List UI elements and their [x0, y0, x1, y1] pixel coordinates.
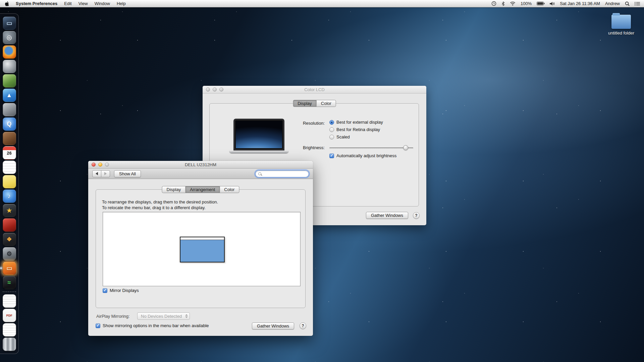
- brown-app-icon[interactable]: [3, 132, 16, 145]
- notepad-app-icon[interactable]: [3, 161, 16, 174]
- trash-icon[interactable]: [3, 338, 16, 351]
- tab-color[interactable]: Color: [316, 100, 336, 107]
- window-title: Color LCD: [304, 87, 325, 92]
- window-titlebar[interactable]: Color LCD: [203, 86, 426, 94]
- running-app-indicator: [0, 267, 2, 269]
- user-menu[interactable]: Andrew: [605, 1, 620, 6]
- notification-center-icon[interactable]: [635, 2, 640, 6]
- music-app-icon[interactable]: ♪: [3, 189, 16, 203]
- tab-color[interactable]: Color: [219, 186, 239, 193]
- resolution-label: Resolution:: [284, 121, 325, 126]
- radio-best-external-display[interactable]: Best for external display: [329, 120, 383, 125]
- brightness-slider[interactable]: [329, 145, 413, 150]
- minimize-button[interactable]: [98, 163, 102, 167]
- calendar-icon[interactable]: 26: [3, 146, 16, 160]
- search-field[interactable]: [255, 170, 309, 177]
- quicktime-app-icon[interactable]: Q: [3, 117, 16, 131]
- app-menu-title[interactable]: System Preferences: [16, 1, 57, 6]
- show-all-button[interactable]: Show All: [114, 170, 141, 177]
- activity-monitor-icon[interactable]: ≈: [3, 276, 16, 289]
- back-button[interactable]: [92, 170, 101, 177]
- gear-app-icon[interactable]: ⚙: [3, 247, 16, 260]
- minimize-button[interactable]: [213, 87, 217, 92]
- radio-icon: [329, 120, 334, 125]
- photos-app-icon[interactable]: ❖: [3, 233, 16, 246]
- tab-arrangement[interactable]: Arrangement: [185, 186, 220, 193]
- firefox-icon[interactable]: [3, 45, 16, 59]
- checkbox-icon: [103, 288, 107, 293]
- radio-label: Best for external display: [336, 120, 383, 125]
- slider-track: [329, 147, 413, 148]
- menu-help[interactable]: Help: [117, 1, 126, 6]
- display-arrangement-canvas: [103, 212, 301, 286]
- auto-brightness-checkbox[interactable]: Automatically adjust brightness: [329, 153, 396, 158]
- window-dell-u2312hm: DELL U2312HM Show All Display Arrangemen…: [88, 161, 313, 336]
- compass-app-icon[interactable]: ◎: [3, 31, 16, 44]
- mirror-displays-checkbox[interactable]: Mirror Displays: [103, 288, 139, 293]
- desktop-folder-untitled[interactable]: untitled folder: [607, 15, 635, 36]
- bluetooth-icon[interactable]: [501, 1, 505, 6]
- checkbox-label: Automatically adjust brightness: [336, 153, 396, 158]
- help-button[interactable]: ?: [413, 212, 420, 219]
- wifi-icon[interactable]: [510, 1, 516, 6]
- menu-view[interactable]: View: [78, 1, 88, 6]
- pdf-document-icon[interactable]: PDF: [3, 309, 16, 322]
- instruction-line-1: To rearrange the displays, drag them to …: [102, 199, 218, 205]
- radio-best-retina-display[interactable]: Best for Retina display: [329, 127, 383, 132]
- back-arrow-icon: [96, 172, 98, 175]
- radio-scaled[interactable]: Scaled: [329, 134, 383, 139]
- gray-tool-app-icon[interactable]: [3, 103, 16, 116]
- tab-bar: Display Arrangement Color: [162, 186, 239, 193]
- star-app-icon[interactable]: ★: [3, 204, 16, 217]
- radio-label: Scaled: [336, 134, 350, 139]
- gather-windows-button[interactable]: Gather Windows: [252, 322, 294, 329]
- slider-thumb[interactable]: [403, 145, 408, 150]
- battery-icon[interactable]: [537, 2, 545, 5]
- zoom-button[interactable]: [219, 87, 223, 92]
- blue-sail-app-icon[interactable]: ▲: [3, 88, 16, 102]
- dropdown-arrows-icon: [185, 314, 188, 318]
- menu-window[interactable]: Window: [95, 1, 110, 6]
- airplay-devices-dropdown[interactable]: No Devices Detected: [137, 312, 190, 320]
- display-menubar-strip: [180, 237, 224, 240]
- tab-display[interactable]: Display: [162, 186, 186, 193]
- folder-icon: [611, 15, 631, 29]
- menu-bar-clock[interactable]: Sat Jan 26 11:36 AM: [560, 1, 600, 6]
- forward-button[interactable]: [101, 170, 110, 177]
- battery-percent: 100%: [521, 1, 532, 6]
- resolution-radio-group: Best for external display Best for Retin…: [329, 120, 383, 139]
- dock: ▭◎▲Q26♪★❖⚙▭≈PDF: [0, 13, 19, 354]
- radio-icon: [329, 127, 334, 132]
- zoom-button[interactable]: [105, 163, 109, 167]
- window-titlebar[interactable]: DELL U2312HM: [88, 161, 313, 169]
- time-machine-icon[interactable]: [491, 1, 496, 6]
- display-thumbnail[interactable]: [180, 237, 225, 262]
- search-icon: [258, 172, 261, 175]
- volume-icon[interactable]: [550, 2, 555, 6]
- help-button[interactable]: ?: [300, 322, 306, 329]
- document-stack-icon[interactable]: [3, 294, 16, 308]
- close-button[interactable]: [92, 163, 96, 167]
- tab-display[interactable]: Display: [293, 100, 317, 107]
- nav-buttons: [92, 170, 110, 177]
- macbook-display-image: [229, 119, 288, 153]
- arrangement-instructions: To rearrange the displays, drag them to …: [102, 199, 218, 210]
- menu-edit[interactable]: Edit: [64, 1, 71, 6]
- gather-windows-button[interactable]: Gather Windows: [366, 212, 408, 219]
- folder-label: untitled folder: [607, 31, 635, 36]
- gray-sphere-app-icon[interactable]: [3, 60, 16, 73]
- preferences-toolbar: Show All: [88, 169, 313, 179]
- close-button[interactable]: [206, 87, 210, 92]
- spotlight-search-icon[interactable]: [625, 1, 630, 6]
- text-document-icon[interactable]: [3, 323, 16, 337]
- show-mirroring-options-checkbox[interactable]: Show mirroring options in the menu bar w…: [96, 323, 209, 328]
- stickies-app-icon[interactable]: [3, 175, 16, 188]
- monitor-app-icon[interactable]: ▭: [3, 16, 16, 30]
- checkbox-label: Mirror Displays: [110, 288, 139, 293]
- green-app-icon[interactable]: [3, 74, 16, 87]
- forward-arrow-icon: [104, 172, 107, 175]
- display-app-icon[interactable]: ▭: [3, 261, 16, 275]
- red-app-icon[interactable]: [3, 218, 16, 232]
- search-input[interactable]: [263, 171, 306, 176]
- apple-menu[interactable]: [5, 1, 9, 6]
